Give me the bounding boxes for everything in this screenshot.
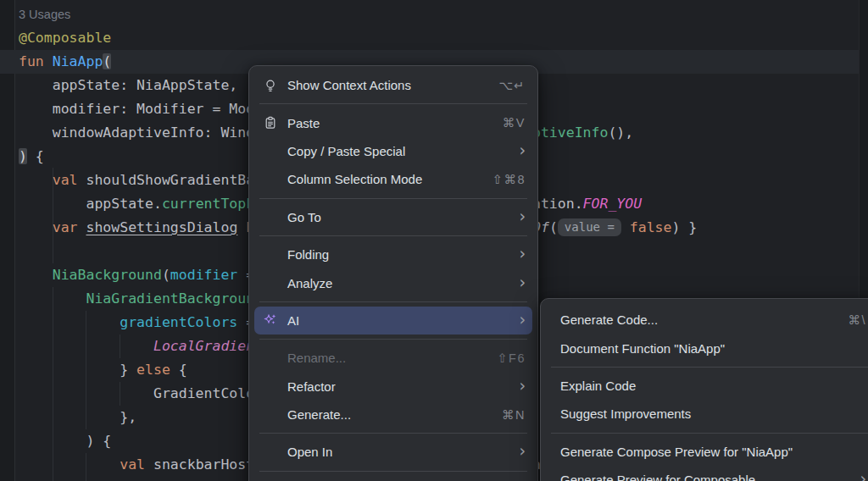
code-token: ( <box>103 53 111 69</box>
code-line[interactable]: }, <box>19 406 136 429</box>
context-menu: Show Context Actions⌥↵Paste⌘VCopy / Past… <box>248 65 538 481</box>
menu-item-folding[interactable]: Folding› <box>249 240 537 268</box>
menu-separator <box>259 471 527 472</box>
menu-item-rename[interactable]: Rename...⇧F6 <box>249 344 537 372</box>
chevron-right-icon: › <box>519 312 526 328</box>
menu-item-label: Suggest Improvements <box>560 406 691 421</box>
menu-item-label: Go To <box>287 210 321 224</box>
code-token: appState. <box>19 196 162 212</box>
chevron-right-icon: › <box>519 142 526 158</box>
code-token: { <box>170 362 187 378</box>
code-editor: 3 Usages@Composablefun NiaApp( appState:… <box>0 0 868 481</box>
chevron-right-icon: › <box>519 274 526 290</box>
menu-item-show-context-actions[interactable]: Show Context Actions⌥↵ <box>249 71 537 99</box>
menu-shortcut: ⌘N <box>502 408 526 422</box>
menu-item-label: Folding <box>287 247 329 262</box>
menu-item-explain-code[interactable]: Explain Code <box>541 372 868 400</box>
menu-item-label: AI <box>287 313 299 328</box>
code-line[interactable]: } else { <box>19 358 187 382</box>
menu-item-suggest-improvements[interactable]: Suggest Improvements <box>541 400 868 428</box>
code-token: modifier <box>170 267 237 283</box>
code-token: val <box>120 456 153 473</box>
icon-spacer <box>264 276 277 290</box>
code-line[interactable]: ) { <box>19 145 44 169</box>
menu-shortcut: ⌘\ <box>848 313 866 327</box>
menu-item-label: Open In <box>287 445 332 459</box>
code-line[interactable]: @Composable <box>19 26 111 50</box>
menu-item-open-in[interactable]: Open In› <box>249 438 537 466</box>
chevron-right-icon: › <box>519 246 526 262</box>
code-token: false <box>630 219 672 235</box>
code-token: } <box>19 362 136 378</box>
menu-shortcut: ⌥↵ <box>498 79 526 92</box>
code-line[interactable]: ) { <box>19 429 111 453</box>
code-token <box>621 219 630 235</box>
icon-spacer <box>264 351 277 365</box>
menu-separator <box>551 433 868 434</box>
code-token: NiaGradientBackground <box>86 290 263 307</box>
menu-item-generate-compose-preview-for-niaapp[interactable]: Generate Compose Preview for "NiaApp" <box>541 438 868 466</box>
menu-item-label: Generate Preview for Composable <box>560 473 755 481</box>
menu-item-label: Show Context Actions <box>287 78 411 92</box>
code-line[interactable]: NiaGradientBackground( <box>19 287 271 311</box>
ai-submenu: Generate Code...⌘\Document Function "Nia… <box>540 298 868 481</box>
menu-separator <box>259 339 527 340</box>
menu-item-label: Analyze <box>287 276 332 290</box>
menu-item-go-to[interactable]: Go To› <box>249 203 537 231</box>
menu-item-label: Copy / Paste Special <box>287 144 405 158</box>
code-token: gradientColors <box>120 314 237 330</box>
code-token <box>19 290 86 307</box>
chevron-right-icon: › <box>860 471 866 481</box>
code-token: }, <box>19 409 136 425</box>
menu-item-label: Rename... <box>287 351 346 365</box>
code-token: ( <box>162 267 170 283</box>
menu-separator <box>259 198 527 199</box>
menu-shortcut: ⇧⌘8 <box>492 173 526 186</box>
code-token: fun <box>19 53 53 69</box>
menu-item-label: Document Function "NiaApp" <box>560 341 725 356</box>
menu-item-column-selection-mode[interactable]: Column Selection Mode⇧⌘8 <box>249 165 537 193</box>
menu-item-generate[interactable]: Generate...⌘N <box>249 401 537 428</box>
lightbulb-icon <box>264 79 277 92</box>
code-token <box>19 219 53 235</box>
icon-spacer <box>264 248 277 262</box>
menu-separator <box>259 235 527 236</box>
menu-separator <box>259 433 527 434</box>
code-line[interactable]: appState: NiaAppState, <box>19 74 237 97</box>
menu-item-label: Explain Code <box>560 379 636 393</box>
icon-spacer <box>264 445 277 459</box>
icon-spacer <box>264 210 277 224</box>
code-line[interactable]: fun NiaApp( <box>19 50 111 74</box>
code-token: NiaBackground <box>53 267 162 283</box>
menu-item-label: Paste <box>287 116 320 130</box>
menu-item-refactor[interactable]: Refactor› <box>249 373 537 401</box>
menu-item-document-function-niaapp[interactable]: Document Function "NiaApp" <box>541 334 868 362</box>
code-token: ) } <box>671 219 697 235</box>
chevron-right-icon: › <box>519 378 526 394</box>
code-token: (), <box>608 124 633 141</box>
menu-item-label: Generate Code... <box>560 312 658 327</box>
menu-item-generate-code[interactable]: Generate Code...⌘\ <box>541 306 868 334</box>
menu-shortcut: ⌘V <box>503 116 526 130</box>
chevron-right-icon: › <box>519 208 526 224</box>
code-token <box>19 338 153 354</box>
menu-item-analyze[interactable]: Analyze› <box>249 268 537 296</box>
code-token: ( <box>549 219 558 235</box>
menu-item-generate-preview-for-composable[interactable]: Generate Preview for Composable› <box>541 466 868 481</box>
menu-separator <box>551 367 868 368</box>
code-token: NiaApp <box>53 53 103 69</box>
usages-hint[interactable]: 3 Usages <box>19 3 70 26</box>
menu-shortcut: ⇧F6 <box>497 351 526 365</box>
menu-item-paste[interactable]: Paste⌘V <box>249 108 537 136</box>
icon-spacer <box>264 144 277 158</box>
code-token <box>19 267 53 283</box>
menu-item-ai[interactable]: AI› <box>254 307 532 334</box>
icon-spacer <box>264 379 277 393</box>
code-token: 3 Usages <box>19 8 70 21</box>
code-token <box>19 172 53 188</box>
clipboard-icon <box>264 116 277 130</box>
inlay-hint-chip: value = <box>558 218 621 236</box>
menu-item-copy-paste-special[interactable]: Copy / Paste Special› <box>249 137 537 165</box>
code-token <box>19 456 120 473</box>
code-token: @Composable <box>19 30 111 46</box>
